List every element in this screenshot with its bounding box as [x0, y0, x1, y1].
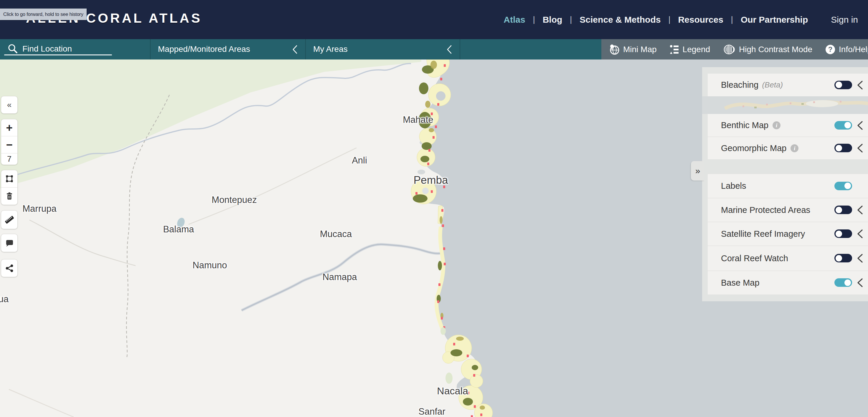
panel-map-gap	[702, 96, 868, 114]
nav-separator: |	[668, 15, 670, 24]
map-label-anli: Anli	[352, 155, 367, 166]
chevron-left-icon[interactable]	[856, 80, 864, 90]
layer-row-coral-reef-watch: Coral Reef Watch	[708, 246, 868, 270]
high-contrast-icon	[722, 44, 736, 55]
layer-row-benthic-map: Benthic Map i	[708, 114, 868, 137]
zoom-level-indicator: 7	[1, 153, 18, 165]
marine-protected-areas-toggle[interactable]	[834, 205, 852, 214]
trash-icon	[5, 192, 14, 200]
mapped-monitored-areas-dropdown[interactable]: Mapped/Monitored Areas	[151, 39, 306, 60]
chevron-left-icon[interactable]	[856, 120, 864, 131]
top-nav-bar: ALLEN CORAL ATLAS Atlas | Blog | Science…	[0, 0, 868, 39]
mini-map-icon	[609, 43, 620, 55]
map-label-balama: Balama	[163, 224, 194, 235]
layers-panel: Bleaching (Beta) Benthic Map i Geomorphi…	[702, 67, 868, 301]
draw-area-button[interactable]	[1, 170, 18, 187]
chevron-left-icon[interactable]	[446, 44, 453, 55]
satellite-reef-imagery-toggle[interactable]	[834, 229, 852, 238]
map-toolbar-actions: Mini Map Legend High Contrast Mo	[601, 39, 868, 60]
history-tooltip: Click to go forward, hold to see history	[0, 8, 87, 20]
panel-spacer	[702, 294, 868, 301]
info-help-icon: ?	[825, 44, 836, 55]
base-map-toggle[interactable]	[834, 278, 852, 287]
layer-group-bleaching: Bleaching (Beta)	[702, 74, 868, 96]
coral-reef-watch-toggle[interactable]	[834, 254, 852, 262]
map-label-mahate: Mahate	[403, 115, 433, 125]
layer-group-maps: Benthic Map i Geomorphic Map i	[702, 114, 868, 159]
benthic-map-toggle[interactable]	[834, 121, 852, 130]
map-label-nacala: Nacala	[437, 385, 468, 397]
layer-row-geomorphic-map: Geomorphic Map i	[708, 137, 868, 159]
nav-our-partnership[interactable]: Our Partnership	[741, 15, 808, 25]
panel-spacer	[702, 159, 868, 174]
mini-map-button[interactable]: Mini Map	[609, 43, 657, 55]
search-underline	[4, 55, 112, 55]
high-contrast-mode-button[interactable]: High Contrast Mode	[722, 44, 812, 55]
map-label-namapa: Namapa	[322, 272, 357, 282]
find-location-input[interactable]: Find Location	[0, 39, 151, 60]
search-icon	[8, 43, 18, 55]
svg-text:?: ?	[828, 45, 833, 53]
find-location-placeholder: Find Location	[22, 44, 72, 54]
draw-tools	[1, 170, 18, 205]
legend-icon	[669, 44, 680, 55]
double-chevron-left-icon: «	[7, 100, 12, 109]
nav-separator: |	[731, 15, 733, 24]
bleaching-toggle[interactable]	[834, 81, 852, 89]
main-nav: Atlas | Blog | Science & Methods | Resou…	[503, 0, 858, 39]
nav-separator: |	[533, 15, 535, 24]
info-icon[interactable]: i	[790, 144, 799, 152]
chevron-left-icon[interactable]	[856, 278, 864, 288]
map-label-montepuez: Montepuez	[212, 195, 257, 205]
nav-blog[interactable]: Blog	[543, 15, 562, 25]
lagoon-hole	[436, 91, 445, 101]
share-icon	[5, 264, 14, 273]
map-label-ua: ua	[0, 294, 8, 304]
info-help-button[interactable]: ? Info/Help	[825, 44, 868, 55]
layer-row-satellite-reef-imagery: Satellite Reef Imagery	[708, 222, 868, 246]
zoom-control: + − 7	[1, 119, 18, 165]
map-label-marrupa: Marrupa	[22, 203, 56, 214]
double-chevron-right-icon: »	[695, 166, 700, 176]
panel-spacer	[702, 67, 868, 74]
nav-resources[interactable]: Resources	[678, 15, 723, 25]
ruler-icon	[4, 215, 14, 225]
chevron-left-icon[interactable]	[292, 44, 298, 55]
comment-icon	[5, 238, 14, 247]
nav-separator: |	[570, 15, 572, 24]
share-button[interactable]	[1, 259, 18, 277]
comment-tool-button[interactable]	[1, 234, 18, 252]
info-icon[interactable]: i	[773, 121, 780, 129]
draw-area-icon	[5, 174, 14, 183]
chevron-left-icon[interactable]	[856, 253, 864, 263]
zoom-out-button[interactable]: −	[1, 136, 18, 153]
map-label-pemba: Pemba	[413, 174, 448, 186]
beta-badge: (Beta)	[762, 81, 783, 90]
zoom-in-button[interactable]: +	[1, 119, 18, 136]
sign-in-link[interactable]: Sign in	[831, 15, 858, 25]
legend-button[interactable]: Legend	[669, 44, 710, 55]
measure-tool-button[interactable]	[1, 210, 18, 229]
map-label-namuno: Namuno	[192, 260, 227, 270]
labels-toggle[interactable]	[834, 182, 852, 190]
chevron-left-icon[interactable]	[856, 143, 864, 154]
history-back-button[interactable]: «	[1, 96, 18, 114]
nav-science-methods[interactable]: Science & Methods	[580, 15, 660, 25]
map-label-sanfar: Sanfar	[418, 407, 445, 417]
delete-area-button[interactable]	[1, 187, 18, 205]
chevron-left-icon[interactable]	[856, 205, 864, 215]
lagoon-hole	[422, 188, 429, 194]
map-label-mucaca: Mucaca	[320, 229, 352, 239]
layer-row-base-map: Base Map	[708, 270, 868, 294]
geomorphic-map-toggle[interactable]	[834, 144, 852, 152]
layer-group-overlays: Labels Marine Protected Areas Satellite …	[702, 174, 868, 294]
panel-expand-button[interactable]: »	[691, 161, 705, 181]
layer-row-bleaching: Bleaching (Beta)	[708, 74, 868, 96]
nav-atlas[interactable]: Atlas	[503, 15, 525, 25]
my-areas-dropdown[interactable]: My Areas	[306, 39, 460, 60]
map-toolbar: Find Location Mapped/Monitored Areas My …	[0, 39, 868, 60]
layer-row-labels: Labels	[708, 174, 868, 198]
chevron-left-icon[interactable]	[856, 228, 864, 239]
layer-row-marine-protected-areas: Marine Protected Areas	[708, 198, 868, 222]
